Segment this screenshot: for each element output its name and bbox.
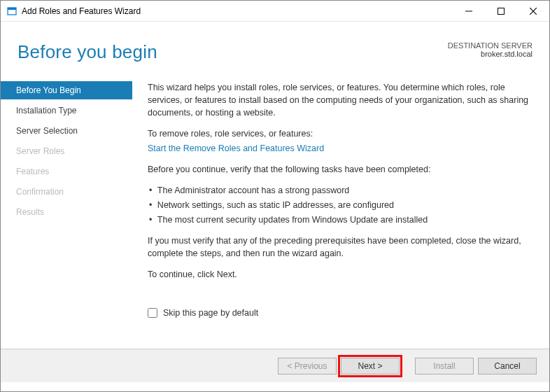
svg-rect-1 [8, 8, 16, 10]
step-features: Features [1, 162, 132, 181]
content-pane: This wizard helps you install roles, rol… [132, 77, 549, 349]
skip-row: Skip this page by default [148, 307, 530, 319]
cancel-button[interactable]: Cancel [478, 358, 537, 374]
previous-button: < Previous [278, 358, 337, 374]
page-header: Before you begin DESTINATION SERVER brok… [1, 22, 549, 77]
prerequisite-item: The Administrator account has a strong p… [149, 184, 530, 197]
remove-roles-link[interactable]: Start the Remove Roles and Features Wiza… [148, 144, 324, 153]
skip-label: Skip this page by default [163, 307, 258, 319]
destination-value: broker.std.local [448, 50, 533, 58]
wizard-steps-sidebar: Before You Begin Installation Type Serve… [1, 77, 132, 349]
continue-text: To continue, click Next. [148, 268, 530, 281]
prerequisite-list: The Administrator account has a strong p… [149, 184, 530, 226]
wizard-footer: < Previous Next > Install Cancel [1, 349, 549, 382]
step-confirmation: Confirmation [1, 183, 132, 201]
window-buttons [453, 1, 549, 22]
prerequisite-item: The most current security updates from W… [149, 214, 530, 226]
step-server-roles: Server Roles [1, 142, 132, 160]
wizard-icon [6, 6, 17, 17]
main-area: Before You Begin Installation Type Serve… [1, 77, 549, 349]
titlebar: Add Roles and Features Wizard [1, 1, 549, 22]
svg-rect-3 [498, 8, 505, 14]
minimize-button[interactable] [453, 1, 485, 22]
close-button[interactable] [517, 1, 549, 22]
step-results: Results [1, 203, 132, 221]
step-installation-type[interactable]: Installation Type [1, 102, 132, 120]
install-button: Install [415, 358, 474, 374]
destination-label: DESTINATION SERVER [448, 41, 533, 50]
step-server-selection[interactable]: Server Selection [1, 122, 132, 140]
prerequisite-item: Network settings, such as static IP addr… [149, 199, 530, 211]
step-before-you-begin[interactable]: Before You Begin [1, 81, 132, 99]
maximize-button[interactable] [485, 1, 517, 22]
window-title: Add Roles and Features Wizard [22, 6, 141, 16]
verify-label: Before you continue, verify that the fol… [148, 163, 530, 176]
page-title: Before you begin [17, 41, 157, 63]
confirm-text: If you must verify that any of the prece… [148, 234, 530, 260]
skip-checkbox[interactable] [148, 308, 157, 318]
intro-text: This wizard helps you install roles, rol… [148, 81, 530, 119]
destination-server: DESTINATION SERVER broker.std.local [448, 41, 533, 58]
next-button[interactable]: Next > [341, 358, 400, 374]
remove-label: To remove roles, role services, or featu… [148, 127, 530, 140]
